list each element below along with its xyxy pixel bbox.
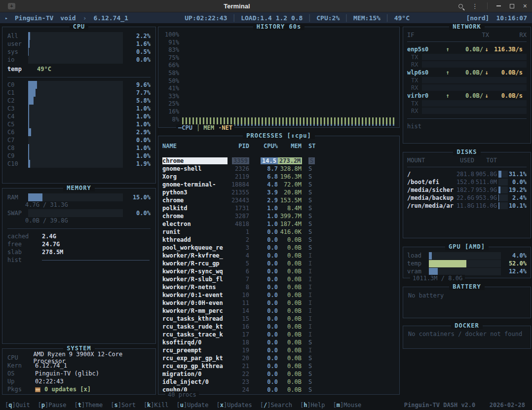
menu-kebab-icon[interactable]: ⋮: [472, 2, 478, 10]
history-ytick: 16%: [162, 108, 179, 115]
restore-button[interactable]: [510, 4, 514, 8]
process-row[interactable]: migration/0220.00.0BS: [162, 370, 395, 378]
cpu-user-value: 1.6%: [123, 40, 151, 47]
process-pid: 4: [228, 252, 249, 259]
close-button[interactable]: ×: [523, 2, 527, 9]
hotkey-mouse[interactable]: [m]Mouse: [333, 402, 362, 409]
process-row[interactable]: rcu_exp_gp_kthrea210.00.0BS: [162, 362, 395, 370]
hotkey-quit[interactable]: [q]Quit: [5, 402, 30, 409]
process-pid: 18884: [228, 181, 249, 188]
cpu-sys-label: sys: [7, 48, 28, 55]
process-pid: 16: [228, 323, 249, 330]
process-mem: 153.5M: [278, 197, 302, 204]
hotkey-sort[interactable]: [s]Sort: [111, 402, 136, 409]
process-row[interactable]: rcu_preempt190.00.0BI: [162, 346, 395, 354]
core-c3-label: C3: [7, 105, 28, 112]
disk-used: 182.7: [455, 186, 474, 193]
process-pid: 1731: [228, 205, 249, 212]
process-name: polkitd: [162, 205, 228, 212]
history-bar: [313, 117, 315, 126]
process-row[interactable]: kworker/R-kvfree_40.00.0BI: [162, 252, 395, 260]
gpu-vram-bar: [429, 268, 501, 275]
process-row[interactable]: kworker/0:1-event100.00.0BI: [162, 291, 395, 299]
hotkey-pause[interactable]: [p]Pause: [38, 402, 67, 409]
swap-percent: 0.0%: [123, 210, 151, 217]
process-mem: 0.0B: [278, 260, 302, 267]
history-ytick: 50%: [162, 77, 179, 84]
core-c6-value: 2.9%: [123, 129, 151, 136]
cpu-io-bar: [28, 56, 123, 64]
gpu-load-label: load: [407, 252, 429, 259]
process-row[interactable]: chrome32871.0399.7MS: [162, 212, 395, 220]
cpu-all-bar: [28, 32, 123, 40]
history-bar: [310, 117, 311, 126]
network-panel: NETWORK IF TX RX enp5s0↑0.0B/↓116.3B/sTX…: [403, 27, 531, 144]
process-row[interactable]: kworker/0:0H-even110.00.0BI: [162, 299, 395, 307]
process-row[interactable]: ksoftirqd/0180.00.0BS: [162, 338, 395, 346]
system-row: OSPinguin-TV (glibc): [7, 370, 151, 377]
process-state: S: [302, 221, 320, 227]
history-bar: [272, 117, 273, 126]
process-row[interactable]: kworker/R-sync_wq60.00.0BI: [162, 267, 395, 275]
disk-row: /media/sicher182.7953.9G19.2%: [407, 186, 527, 194]
history-bar: [265, 117, 266, 126]
core-c2: C25.8%: [7, 97, 151, 105]
process-row[interactable]: kworker/R-netns80.00.0BI: [162, 283, 395, 291]
process-row[interactable]: python3213553.920.8MS: [162, 188, 395, 196]
hotkey-help[interactable]: [h]Help: [300, 402, 325, 409]
process-pid: 2119: [228, 173, 249, 180]
process-row[interactable]: runit10.0416.0KS: [162, 228, 395, 236]
hotkey-search[interactable]: [/]Search: [260, 402, 292, 409]
history-bar: [251, 117, 253, 126]
process-name: kworker/R-netns: [162, 284, 228, 291]
process-row[interactable]: kworker/R-mm_perc140.00.0BI: [162, 307, 395, 315]
minimize-button[interactable]: [496, 5, 501, 6]
process-row[interactable]: rcu_tasks_trace_k170.00.0BI: [162, 331, 395, 338]
process-cpu: 0.0: [249, 347, 278, 354]
process-row[interactable]: rcu_exp_par_gp_kt200.00.0BS: [162, 354, 395, 362]
process-row[interactable]: chrome335914.5273.2MS: [162, 157, 395, 165]
process-row[interactable]: polkitd17311.08.4MS: [162, 204, 395, 212]
core-c10-label: C10: [7, 160, 28, 167]
process-row[interactable]: electron48181.0187.4MS: [162, 220, 395, 228]
process-row[interactable]: idle_inject/0230.00.0BS: [162, 378, 395, 386]
search-icon[interactable]: [458, 4, 463, 8]
process-name: ksoftirqd/0: [162, 339, 228, 346]
interface-tx-sparkline: [422, 100, 527, 107]
core-c5-label: C5: [7, 121, 28, 128]
process-mem: 20.8M: [278, 189, 302, 196]
process-row[interactable]: gnome-shell23268.7328.8MS: [162, 165, 395, 173]
col-header-if: IF: [407, 32, 447, 38]
col-header-mem: MEM: [278, 143, 302, 149]
disk-row: /media/backup22.6G953.9G2.4%: [407, 194, 527, 202]
hotkey-kill[interactable]: [k]Kill: [144, 402, 169, 409]
process-row[interactable]: chrome234432.9153.5MS: [162, 196, 395, 204]
hotkey-updates[interactable]: [x]Updates: [217, 402, 252, 409]
swap-meter: SWAP 0.0%: [7, 209, 151, 217]
process-row[interactable]: Xorg21196.8196.3MS: [162, 173, 395, 181]
battery-panel: BATTERY No battery: [403, 287, 531, 318]
process-pid: 2: [228, 236, 249, 243]
process-row[interactable]: rcu_tasks_rude_kt160.00.0BI: [162, 323, 395, 331]
process-row[interactable]: pool_workqueue_re30.00.0BS: [162, 244, 395, 252]
network-interface-row: wlp6s0↑0.0B/↓0.0B/s: [407, 68, 527, 76]
process-row[interactable]: gnome-terminal-188844.872.0MS: [162, 181, 395, 188]
hotkey-update[interactable]: [u]Update: [176, 402, 208, 409]
process-row[interactable]: rcu_tasks_kthread150.00.0BI: [162, 315, 395, 323]
memory-stat-label: free: [7, 241, 42, 248]
process-row[interactable]: kworker/R-rcu_gp50.00.0BI: [162, 260, 395, 267]
core-c7-label: C7: [7, 137, 28, 144]
core-c1-value: 7.7%: [123, 89, 151, 96]
process-pid: 15: [228, 315, 249, 322]
process-name: pool_workqueue_re: [162, 244, 228, 251]
col-header-cpu: CPU%: [249, 143, 278, 149]
core-c5: C51.0%: [7, 120, 151, 128]
process-row[interactable]: kworker/R-slub_fl70.00.0BI: [162, 275, 395, 283]
process-name: kworker/R-mm_perc: [162, 307, 228, 314]
core-c9-value: 1.0%: [123, 152, 151, 159]
memory-stat-value: 278.5M: [42, 249, 63, 256]
docker-message: No containers / docker not found: [403, 326, 531, 337]
process-row[interactable]: kthreadd20.00.0BS: [162, 236, 395, 244]
cpu-panel-title: CPU: [70, 23, 89, 30]
hotkey-theme[interactable]: [t]Theme: [74, 402, 103, 409]
